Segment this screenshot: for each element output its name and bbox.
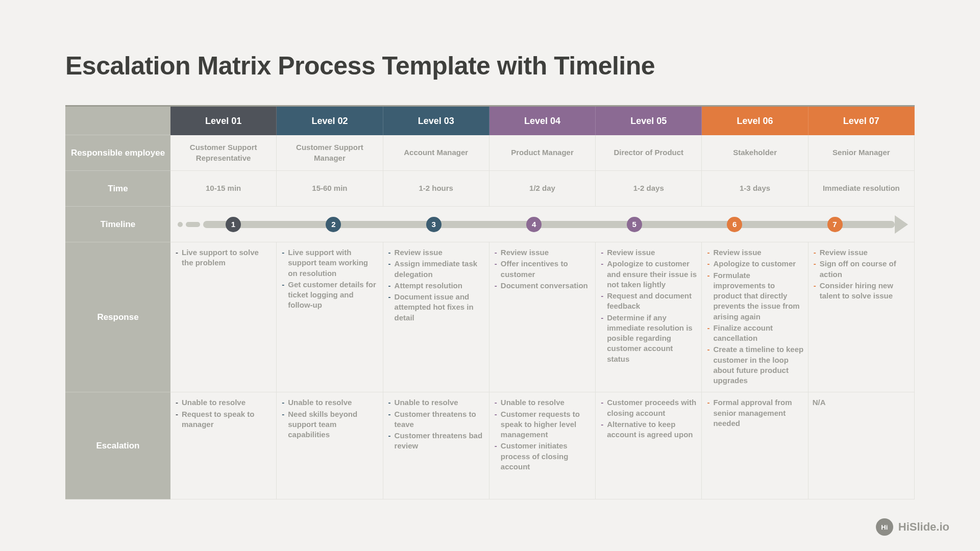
list-item: Consider hiring new talent to solve issu… (813, 281, 910, 302)
list-item: Attempt resolution (387, 281, 485, 291)
arrow-right-icon (895, 215, 908, 234)
level-header: Level 01 (170, 107, 277, 135)
list-item: Unable to resolve (387, 397, 485, 408)
response-cell: Live support with support team working o… (277, 242, 383, 392)
response-list: Live support to solve the problem (175, 247, 272, 268)
list-item: Formal approval from senior management n… (706, 397, 803, 429)
slide: Escalation Matrix Process Template with … (0, 0, 980, 551)
list-item: Alternative to keep account is agreed up… (600, 419, 697, 440)
list-item: Document issue and attempted hot fixes i… (387, 292, 485, 323)
responsible-cell: Customer Support Representative (170, 135, 277, 171)
timeline-marker: 4 (526, 217, 542, 232)
list-item: Live support to solve the problem (175, 247, 272, 268)
escalation-cell: Unable to resolveCustomer threatens to t… (383, 392, 489, 499)
list-item: Document conversation (494, 281, 591, 291)
escalation-list: Customer proceeds with closing accountAl… (600, 397, 697, 440)
list-item: Offer incentives to customer (494, 259, 591, 280)
time-cell: 1/2 day (489, 171, 596, 207)
time-cell: 1-2 days (596, 171, 702, 207)
escalation-cell: Unable to resolveCustomer requests to sp… (489, 392, 596, 499)
brand-name: HiSlide.io (898, 520, 949, 534)
timeline-bar: 1234567 (203, 221, 905, 228)
escalation-list: Unable to resolveCustomer threatens to t… (387, 397, 485, 451)
list-item: Customer threatens to teave (387, 409, 485, 430)
responsible-cell: Product Manager (489, 135, 596, 171)
list-item: Live support with support team working o… (281, 247, 378, 279)
timeline-dot-icon (178, 222, 183, 227)
row-label-time: Time (65, 171, 170, 207)
response-cell: Review issueOffer incentives to customer… (489, 242, 596, 392)
response-cell: Review issueApologize to customerFormula… (702, 242, 808, 392)
corner-cell (65, 107, 170, 135)
response-cell: Review issueAssign immediate task delega… (383, 242, 489, 392)
list-item: Unable to resolve (494, 397, 591, 408)
list-item: Get customer details for ticket logging … (281, 280, 378, 311)
response-cell: Live support to solve the problem (170, 242, 277, 392)
list-item: Finalize account cancellation (706, 323, 803, 344)
brand-badge-icon: Hi (876, 518, 893, 536)
level-header: Level 02 (277, 107, 383, 135)
response-cell: Review issueSign off on course of action… (808, 242, 915, 392)
list-item: Assign immediate task delegation (387, 259, 485, 280)
list-item: Apologize to customer and ensure their i… (600, 259, 697, 290)
timeline-marker: 2 (326, 217, 341, 232)
list-item: Apologize to customer (706, 259, 803, 269)
timeline-track (203, 221, 895, 228)
response-list: Review issueAssign immediate task delega… (387, 247, 485, 323)
level-header: Level 07 (808, 107, 915, 135)
response-list: Review issueSign off on course of action… (813, 247, 910, 301)
list-item: Customer requests to speak to higher lev… (494, 409, 591, 440)
response-list: Live support with support team working o… (281, 247, 378, 311)
level-header: Level 03 (383, 107, 489, 135)
level-header: Level 06 (702, 107, 808, 135)
list-item: Review issue (706, 247, 803, 258)
escalation-cell: Customer proceeds with closing accountAl… (596, 392, 702, 499)
escalation-list: Unable to resolveRequest to speak to man… (175, 397, 272, 430)
list-item: Customer threatens bad review (387, 431, 485, 452)
responsible-cell: Stakeholder (702, 135, 808, 171)
responsible-cell: Director of Product (596, 135, 702, 171)
timeline: 1234567 (170, 207, 915, 242)
list-item: Review issue (600, 247, 697, 258)
list-item: Request to speak to manager (175, 409, 272, 430)
list-item: Request and document feedback (600, 291, 697, 312)
level-header: Level 04 (489, 107, 596, 135)
response-list: Review issueApologize to customerFormula… (706, 247, 803, 386)
responsible-cell: Customer Support Manager (277, 135, 383, 171)
escalation-list: Unable to resolveCustomer requests to sp… (494, 397, 591, 472)
page-title: Escalation Matrix Process Template with … (65, 51, 915, 81)
time-cell: 10-15 min (170, 171, 277, 207)
escalation-list: Unable to resolveNeed skills beyond supp… (281, 397, 378, 440)
row-label-timeline: Timeline (65, 207, 170, 242)
timeline-marker: 6 (727, 217, 742, 232)
list-item: Formulate improvements to product that d… (706, 270, 803, 322)
list-item: Need skills beyond support team capabili… (281, 409, 378, 440)
time-cell: 15-60 min (277, 171, 383, 207)
row-label-responsible: Responsible employee (65, 135, 170, 171)
timeline-marker: 3 (426, 217, 442, 232)
row-label-escalation: Escalation (65, 392, 170, 499)
timeline-marker: 1 (226, 217, 241, 232)
escalation-list: Formal approval from senior management n… (706, 397, 803, 429)
list-item: Unable to resolve (281, 397, 378, 408)
list-item: Review issue (494, 247, 591, 258)
list-item: Customer initiates process of closing ac… (494, 441, 591, 472)
responsible-cell: Senior Manager (808, 135, 915, 171)
time-cell: Immediate resolution (808, 171, 915, 207)
level-header: Level 05 (596, 107, 702, 135)
list-item: Sign off on course of action (813, 259, 910, 280)
list-item: Create a timeline to keep customer in th… (706, 344, 803, 386)
list-item: Determine if any immediate resolution is… (600, 313, 697, 364)
list-item: Review issue (813, 247, 910, 258)
timeline-marker: 5 (627, 217, 642, 232)
escalation-cell: Formal approval from senior management n… (702, 392, 808, 499)
list-item: Unable to resolve (175, 397, 272, 408)
timeline-dash-icon (186, 222, 200, 227)
row-label-response: Response (65, 242, 170, 392)
response-cell: Review issueApologize to customer and en… (596, 242, 702, 392)
time-cell: 1-2 hours (383, 171, 489, 207)
time-cell: 1-3 days (702, 171, 808, 207)
escalation-matrix: Level 01Level 02Level 03Level 04Level 05… (65, 105, 915, 499)
escalation-cell: Unable to resolveRequest to speak to man… (170, 392, 277, 499)
response-list: Review issueApologize to customer and en… (600, 247, 697, 364)
